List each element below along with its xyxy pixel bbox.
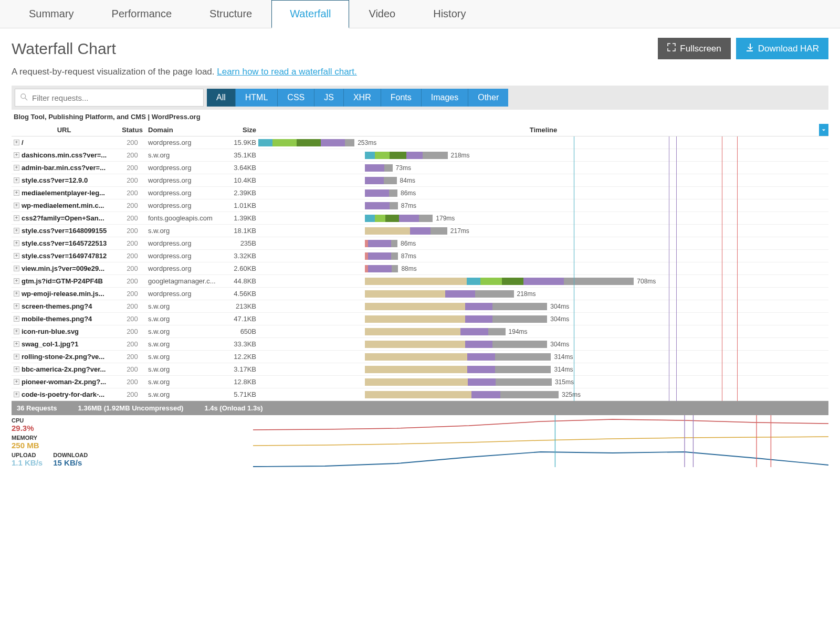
table-row[interactable]: +css2?family=Open+San...200fonts.googlea…: [12, 212, 828, 225]
filter-all[interactable]: All: [207, 89, 236, 107]
status-cell: 200: [117, 275, 148, 287]
filter-xhr[interactable]: XHR: [344, 89, 381, 107]
table-row[interactable]: +/200wordpress.org15.9KB253ms: [12, 136, 828, 149]
table-row[interactable]: +code-is-poetry-for-dark-...200s.w.org5.…: [12, 388, 828, 401]
filter-js[interactable]: JS: [314, 89, 344, 107]
timing-bar[interactable]: [365, 265, 398, 272]
expand-icon[interactable]: +: [14, 291, 19, 297]
expand-icon[interactable]: +: [14, 203, 19, 208]
timeline-options-dropdown[interactable]: [819, 124, 828, 136]
expand-icon[interactable]: +: [14, 354, 19, 360]
timing-bar[interactable]: [365, 290, 514, 298]
timing-bar[interactable]: [258, 139, 354, 146]
time-label: 87ms: [401, 252, 416, 260]
timing-bar[interactable]: [365, 341, 548, 348]
table-row[interactable]: +mediaelementplayer-leg...200wordpress.o…: [12, 187, 828, 199]
search-input[interactable]: [32, 93, 198, 102]
download-har-button[interactable]: Download HAR: [736, 38, 828, 59]
col-size-header[interactable]: Size: [227, 124, 258, 136]
col-status-header[interactable]: Status: [117, 124, 148, 136]
timing-bar[interactable]: [365, 189, 397, 197]
expand-icon[interactable]: +: [14, 177, 19, 183]
seg-blocked: [365, 328, 460, 335]
table-row[interactable]: +style.css?ver=1648099155200s.w.org18.1K…: [12, 225, 828, 237]
tab-waterfall[interactable]: Waterfall: [271, 0, 349, 28]
expand-icon[interactable]: +: [14, 253, 19, 259]
filter-images[interactable]: Images: [422, 89, 468, 107]
header-buttons: Fullscreen Download HAR: [658, 38, 828, 59]
expand-icon[interactable]: +: [14, 366, 19, 372]
filter-css[interactable]: CSS: [278, 89, 314, 107]
table-row[interactable]: +style.css?ver=1645722513200wordpress.or…: [12, 237, 828, 250]
url-cell: +swag_col-1.jpg?1: [12, 338, 117, 350]
timing-bar[interactable]: [365, 164, 393, 172]
table-row[interactable]: +style.css?ver=12.9.0200wordpress.org10.…: [12, 174, 828, 187]
timeline-cell: 253ms: [258, 136, 828, 149]
tab-performance[interactable]: Performance: [93, 0, 191, 28]
col-domain-header[interactable]: Domain: [148, 124, 227, 136]
size-cell: 2.39KB: [227, 187, 258, 199]
search-box[interactable]: [15, 89, 204, 107]
expand-icon[interactable]: +: [14, 228, 19, 234]
fullscreen-button[interactable]: Fullscreen: [658, 38, 730, 59]
table-row[interactable]: +wp-emoji-release.min.js...200wordpress.…: [12, 288, 828, 300]
expand-icon[interactable]: +: [14, 341, 19, 347]
timing-bar[interactable]: [365, 240, 397, 247]
table-row[interactable]: +screen-themes.png?4200s.w.org213KB304ms: [12, 300, 828, 313]
timing-bar[interactable]: [365, 315, 548, 323]
expand-icon[interactable]: +: [14, 278, 19, 284]
table-row[interactable]: +pioneer-woman-2x.png?...200s.w.org12.8K…: [12, 376, 828, 388]
expand-icon[interactable]: +: [14, 240, 19, 246]
expand-icon[interactable]: +: [14, 303, 19, 309]
filter-other[interactable]: Other: [468, 89, 508, 107]
timing-bar[interactable]: [365, 378, 552, 386]
expand-icon[interactable]: +: [14, 316, 19, 322]
tab-summary[interactable]: Summary: [10, 0, 92, 28]
table-row[interactable]: +admin-bar.min.css?ver=...200wordpress.o…: [12, 162, 828, 174]
table-row[interactable]: +swag_col-1.jpg?1200s.w.org33.3KB304ms: [12, 338, 828, 351]
filter-fonts[interactable]: Fonts: [381, 89, 422, 107]
expand-icon[interactable]: +: [14, 190, 19, 196]
col-timeline-header[interactable]: Timeline: [258, 124, 828, 136]
expand-icon[interactable]: +: [14, 266, 19, 271]
expand-icon[interactable]: +: [14, 140, 19, 145]
status-cell: 200: [117, 225, 148, 237]
filter-html[interactable]: HTML: [236, 89, 278, 107]
table-row[interactable]: +rolling-stone-2x.png?ve...200s.w.org12.…: [12, 351, 828, 363]
expand-icon[interactable]: +: [14, 215, 19, 221]
timing-bar[interactable]: [365, 215, 433, 222]
tab-history[interactable]: History: [415, 0, 484, 28]
timing-bar[interactable]: [365, 152, 448, 159]
main-tabs: SummaryPerformanceStructureWaterfallVide…: [0, 0, 840, 28]
seg-receive: [492, 341, 547, 348]
table-row[interactable]: +mobile-themes.png?4200s.w.org47.1KB304m…: [12, 313, 828, 325]
table-row[interactable]: +view.min.js?ver=009e29...200wordpress.o…: [12, 262, 828, 275]
table-row[interactable]: +wp-mediaelement.min.c...200wordpress.or…: [12, 199, 828, 212]
timing-bar[interactable]: [365, 202, 398, 209]
col-url-header[interactable]: URL: [12, 124, 117, 136]
timing-bar[interactable]: [365, 252, 398, 260]
table-row[interactable]: +dashicons.min.css?ver=...200s.w.org35.1…: [12, 149, 828, 162]
upload-label: UPLOAD: [12, 450, 43, 458]
timing-bar[interactable]: [365, 303, 548, 310]
table-row[interactable]: +icon-run-blue.svg200s.w.org650B194ms: [12, 325, 828, 338]
expand-icon[interactable]: +: [14, 152, 19, 158]
timing-bar[interactable]: [365, 278, 634, 285]
timing-bar[interactable]: [365, 227, 447, 235]
tab-video[interactable]: Video: [350, 0, 414, 28]
timing-bar[interactable]: [365, 366, 551, 373]
expand-icon[interactable]: +: [14, 392, 19, 397]
timing-bar[interactable]: [365, 353, 551, 361]
table-row[interactable]: +style.css?ver=1649747812200wordpress.or…: [12, 250, 828, 262]
learn-link[interactable]: Learn how to read a waterfall chart.: [217, 67, 356, 77]
timing-bar[interactable]: [365, 328, 506, 335]
expand-icon[interactable]: +: [14, 329, 19, 334]
time-label: 73ms: [396, 164, 411, 172]
table-row[interactable]: +gtm.js?id=GTM-P24PF4B200googletagmanage…: [12, 275, 828, 288]
expand-icon[interactable]: +: [14, 379, 19, 385]
tab-structure[interactable]: Structure: [191, 0, 270, 28]
timing-bar[interactable]: [365, 177, 397, 184]
table-row[interactable]: +bbc-america-2x.png?ver...200s.w.org3.17…: [12, 363, 828, 376]
expand-icon[interactable]: +: [14, 165, 19, 171]
timing-bar[interactable]: [365, 391, 559, 398]
